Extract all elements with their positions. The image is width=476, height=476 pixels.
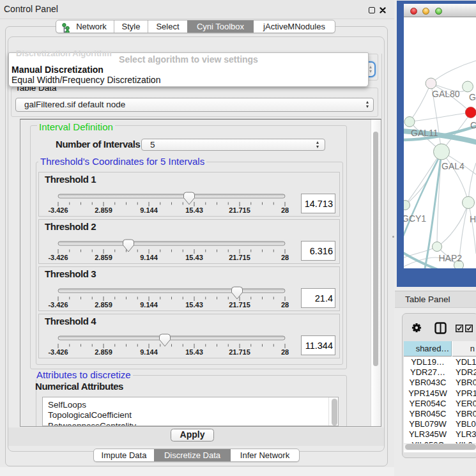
svg-text:9.144: 9.144	[140, 301, 158, 309]
svg-text:28: 28	[281, 206, 289, 214]
svg-text:9.144: 9.144	[140, 206, 158, 214]
svg-text:HAP2: HAP2	[439, 253, 463, 263]
svg-text:2.859: 2.859	[95, 348, 112, 356]
svg-text:21.715: 21.715	[229, 301, 250, 309]
svg-text:-3.426: -3.426	[48, 206, 68, 214]
svg-text:28: 28	[281, 254, 289, 261]
svg-text:GA: GA	[469, 92, 476, 102]
svg-text:-3.426: -3.426	[48, 254, 68, 261]
svg-text:9.144: 9.144	[140, 254, 158, 261]
svg-text:15.43: 15.43	[185, 348, 203, 356]
svg-text:2.859: 2.859	[95, 301, 112, 309]
svg-text:GAL11: GAL11	[411, 128, 438, 138]
svg-text:-3.426: -3.426	[48, 348, 68, 356]
svg-text:HA: HA	[470, 214, 476, 224]
svg-text:15.43: 15.43	[185, 254, 203, 261]
svg-text:GAL80: GAL80	[432, 89, 460, 99]
svg-text:15.43: 15.43	[185, 206, 203, 214]
svg-text:GAL4: GAL4	[441, 161, 464, 171]
svg-text:-3.426: -3.426	[48, 301, 68, 309]
svg-text:CD: CD	[470, 120, 476, 130]
svg-text:GCY1: GCY1	[404, 213, 426, 224]
svg-text:2.859: 2.859	[95, 206, 112, 214]
svg-text:15.43: 15.43	[185, 301, 203, 309]
svg-text:21.715: 21.715	[229, 348, 250, 356]
svg-text:21.715: 21.715	[229, 254, 250, 261]
svg-text:2.859: 2.859	[95, 254, 112, 261]
svg-text:28: 28	[281, 301, 289, 309]
svg-text:21.715: 21.715	[229, 206, 250, 214]
svg-text:9.144: 9.144	[140, 348, 158, 356]
svg-text:28: 28	[281, 348, 289, 356]
